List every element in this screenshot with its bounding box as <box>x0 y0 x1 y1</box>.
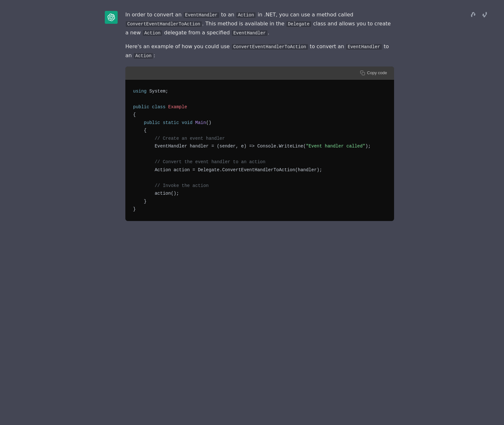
inline-code-eventhandler-3: EventHandler <box>346 44 382 50</box>
response-outer: In order to convert an EventHandler to a… <box>0 0 504 425</box>
thumbs-down-icon <box>482 12 487 17</box>
thumbs-up-button[interactable] <box>469 10 478 19</box>
avatar <box>105 11 118 24</box>
inline-code-action-2: Action <box>142 30 162 36</box>
inline-code-convert-2: ConvertEventHandlerToAction <box>231 44 308 50</box>
paragraph-1: In order to convert an EventHandler to a… <box>125 10 394 37</box>
code-block-wrapper: Copy code using System; public class Exa… <box>125 66 394 221</box>
inline-code-action-1: Action <box>236 12 256 18</box>
thumbs-down-button[interactable] <box>480 10 489 19</box>
paragraph-2: Here's an example of how you could use C… <box>125 42 394 60</box>
response-container: In order to convert an EventHandler to a… <box>94 0 410 425</box>
code-block-header: Copy code <box>125 66 394 80</box>
content-area: In order to convert an EventHandler to a… <box>125 10 394 415</box>
inline-code-eventhandler-1: EventHandler <box>183 12 220 18</box>
thumbs-up-icon <box>471 12 476 17</box>
inline-code-eventhandler-2: EventHandler <box>231 30 268 36</box>
code-block: using System; public class Example { pub… <box>125 80 394 221</box>
copy-code-label: Copy code <box>367 70 387 75</box>
chatgpt-logo-icon <box>107 13 115 21</box>
inline-code-delegate: Delegate <box>286 21 311 27</box>
code-content: using System; public class Example { pub… <box>133 89 371 212</box>
response-text: In order to convert an EventHandler to a… <box>125 10 394 60</box>
inline-code-convert-1: ConvertEventHandlerToAction <box>125 21 202 27</box>
copy-code-button[interactable]: Copy code <box>358 70 389 76</box>
inline-code-action-3: Action <box>133 53 153 59</box>
feedback-icons <box>469 10 489 19</box>
copy-icon <box>360 70 365 75</box>
svg-rect-0 <box>362 72 365 75</box>
